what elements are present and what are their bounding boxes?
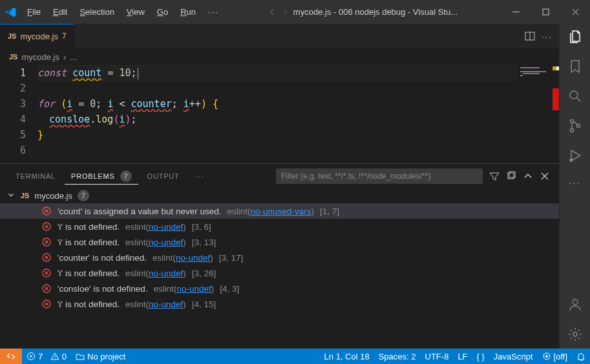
breadcrumb[interactable]: JS mycode.js › ... xyxy=(0,48,559,65)
problem-rule[interactable]: no-undef xyxy=(149,238,183,247)
status-bar: 7 0 No project Ln 1, Col 18 Spaces: 2 UT… xyxy=(0,349,590,364)
code-line-2[interactable] xyxy=(37,81,559,96)
status-bell-icon[interactable] xyxy=(572,349,590,364)
problem-rule[interactable]: no-undef xyxy=(176,253,210,263)
svg-rect-2 xyxy=(508,173,514,179)
code-line-5[interactable]: } xyxy=(37,127,559,143)
error-icon xyxy=(41,206,52,216)
problem-message: 'i' is not defined. xyxy=(58,222,120,232)
arrow-left-icon[interactable] xyxy=(268,8,277,17)
activity-bar: ··· xyxy=(559,24,590,349)
code-line-4[interactable]: consloe.log(i); xyxy=(37,112,559,127)
code-line-6[interactable] xyxy=(37,143,559,158)
problem-message: 'counter' is not defined. xyxy=(58,253,147,263)
tab-problems[interactable]: PROBLEMS7 xyxy=(65,168,138,185)
problem-row[interactable]: 'counter' is not defined.eslint(no-undef… xyxy=(0,250,559,265)
minimize-button[interactable] xyxy=(501,0,531,24)
problem-message: 'count' is assigned a value but never us… xyxy=(58,207,222,216)
close-panel-icon[interactable] xyxy=(540,171,550,181)
window-title: mycode.js - 006 nodejs debug - Visual St… xyxy=(224,7,501,17)
menu-edit[interactable]: Edit xyxy=(48,3,72,21)
problem-row[interactable]: 'i' is not defined.eslint(no-undef)[3, 1… xyxy=(0,234,559,250)
tab-terminal[interactable]: TERMINAL xyxy=(9,170,62,183)
maximize-button[interactable] xyxy=(531,0,560,24)
tab-output[interactable]: OUTPUT xyxy=(141,170,186,183)
problem-row[interactable]: 'i' is not defined.eslint(no-undef)[3, 2… xyxy=(0,265,559,281)
filter-icon[interactable] xyxy=(489,171,500,181)
svg-point-12 xyxy=(570,120,573,123)
source-control-icon[interactable] xyxy=(567,118,583,134)
menu-view[interactable]: View xyxy=(121,3,150,21)
tab-bar: JS mycode.js 7 ··· xyxy=(0,24,559,48)
problem-row[interactable]: 'consloe' is not defined.eslint(no-undef… xyxy=(0,281,559,296)
minimap[interactable] xyxy=(518,65,559,163)
search-icon[interactable] xyxy=(567,88,583,104)
code-editor[interactable]: 1 2 3 4 5 6 const count = 10; for (i = 0… xyxy=(0,65,559,163)
status-spaces[interactable]: Spaces: 2 xyxy=(374,349,421,364)
split-editor-icon[interactable] xyxy=(525,31,535,41)
status-screencast[interactable]: [off] xyxy=(538,349,572,364)
bottom-panel: TERMINAL PROBLEMS7 OUTPUT ··· JS mycode.… xyxy=(0,163,559,349)
tab-mycode[interactable]: JS mycode.js 7 xyxy=(0,24,74,48)
problem-rule[interactable]: no-undef xyxy=(149,268,183,278)
svg-rect-0 xyxy=(543,9,549,15)
problem-source: eslint xyxy=(125,268,146,278)
gear-icon[interactable] xyxy=(567,327,583,342)
problem-rule[interactable]: no-undef xyxy=(177,284,211,294)
status-encoding[interactable]: UTF-8 xyxy=(421,349,454,364)
run-debug-icon[interactable] xyxy=(567,148,583,163)
problem-row[interactable]: 'i' is not defined.eslint(no-undef)[3, 6… xyxy=(0,219,559,234)
group-file-name: mycode.js xyxy=(34,191,72,201)
problem-source: eslint xyxy=(154,284,174,294)
overview-ruler[interactable] xyxy=(550,65,559,163)
problem-row[interactable]: 'count' is assigned a value but never us… xyxy=(0,203,559,219)
vscode-icon xyxy=(0,6,22,18)
svg-point-14 xyxy=(576,125,580,128)
account-icon[interactable] xyxy=(567,297,583,312)
menu-selection[interactable]: Selection xyxy=(74,3,119,21)
problem-location: [3, 13] xyxy=(192,238,216,247)
status-project[interactable]: No project xyxy=(71,349,130,364)
status-position[interactable]: Ln 1, Col 18 xyxy=(320,349,374,364)
bookmark-icon[interactable] xyxy=(567,59,583,74)
code-line-1[interactable]: const count = 10; xyxy=(37,65,559,81)
window-controls xyxy=(501,0,590,24)
maximize-panel-icon[interactable] xyxy=(523,171,533,181)
problem-rule[interactable]: no-undef xyxy=(149,222,183,232)
svg-point-17 xyxy=(573,332,577,336)
problem-row[interactable]: 'i' is not defined.eslint(no-undef)[4, 1… xyxy=(0,296,559,312)
remote-button[interactable] xyxy=(0,349,22,364)
code-line-3[interactable]: for (i = 0; i < counter; i++) { xyxy=(37,96,559,112)
collapse-all-icon[interactable] xyxy=(506,171,516,181)
code-content[interactable]: const count = 10; for (i = 0; i < counte… xyxy=(37,65,559,163)
problem-rule[interactable]: no-unused-vars xyxy=(251,207,311,216)
editor-group: JS mycode.js 7 ··· JS mycode.js › ... 1 … xyxy=(0,24,559,349)
menu-bar: File Edit Selection View Go Run ··· xyxy=(22,3,224,21)
arrow-right-icon[interactable] xyxy=(280,8,290,17)
status-errors[interactable]: 7 0 xyxy=(22,349,71,364)
explorer-icon[interactable] xyxy=(567,29,583,45)
problems-list: JS mycode.js 7 'count' is assigned a val… xyxy=(0,188,559,349)
error-icon xyxy=(41,283,52,294)
menu-run[interactable]: Run xyxy=(175,3,201,21)
problems-filter-input[interactable] xyxy=(276,168,483,184)
menu-overflow[interactable]: ··· xyxy=(203,3,224,21)
status-braces[interactable]: { } xyxy=(472,349,489,364)
menu-go[interactable]: Go xyxy=(152,3,173,21)
close-button[interactable] xyxy=(560,0,590,24)
status-eol[interactable]: LF xyxy=(453,349,472,364)
svg-point-11 xyxy=(570,91,578,99)
more-icon[interactable]: ··· xyxy=(569,177,581,189)
title-bar: File Edit Selection View Go Run ··· myco… xyxy=(0,0,590,24)
panel-overflow[interactable]: ··· xyxy=(189,170,211,183)
problem-location: [3, 26] xyxy=(192,268,216,278)
more-actions-icon[interactable]: ··· xyxy=(542,32,553,41)
group-count-badge: 7 xyxy=(78,190,89,201)
menu-file[interactable]: File xyxy=(22,3,46,21)
js-file-icon: JS xyxy=(21,192,29,199)
text-cursor xyxy=(138,68,138,79)
problem-rule[interactable]: no-undef xyxy=(149,299,183,309)
problems-file-group[interactable]: JS mycode.js 7 xyxy=(0,188,559,203)
chevron-down-icon xyxy=(6,190,16,201)
status-language[interactable]: JavaScript xyxy=(489,349,538,364)
